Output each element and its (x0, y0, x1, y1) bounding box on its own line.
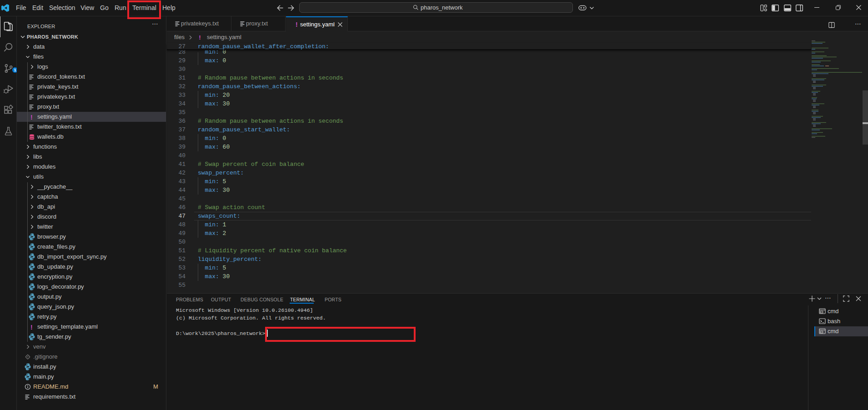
svg-text:c:\: c:\ (821, 311, 823, 313)
svg-text:!: ! (30, 324, 33, 331)
svg-text:!: ! (30, 114, 33, 121)
svg-text:!: ! (199, 34, 201, 41)
svg-text:!: ! (296, 21, 298, 28)
svg-text:c:\: c:\ (821, 331, 823, 333)
